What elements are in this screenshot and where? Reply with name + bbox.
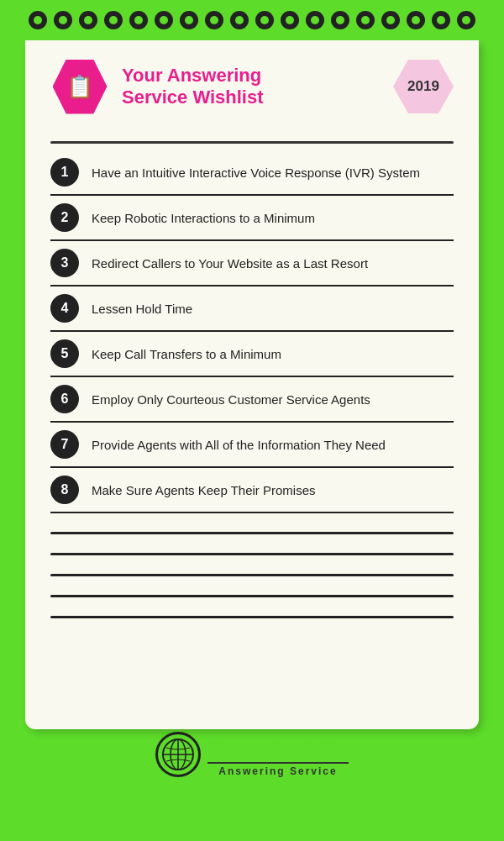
wishlist-icon-container: 📋	[50, 57, 109, 116]
logo-brand-name: Responsive	[207, 733, 349, 760]
item-text-1: Have an Intuitive Interactive Voice Resp…	[92, 166, 420, 180]
blank-line-5	[50, 616, 454, 618]
spiral-18	[457, 11, 475, 29]
item-number-6: 6	[50, 385, 79, 413]
list-item: 8 Make Sure Agents Keep Their Promises	[50, 468, 454, 513]
spiral-10	[255, 11, 274, 29]
list-item: 3 Redirect Callers to Your Website as a …	[50, 241, 454, 286]
spiral-15	[381, 11, 400, 29]
spiral-13	[331, 11, 349, 29]
header-left: 📋 Your Answering Service Wishlist	[50, 57, 264, 116]
list-item: 7 Provide Agents with All of the Informa…	[50, 423, 454, 468]
spiral-4	[104, 11, 123, 29]
spiral-17	[432, 11, 450, 29]
list-item: 2 Keep Robotic Interactions to a Minimum	[50, 196, 454, 241]
item-number-5: 5	[50, 339, 79, 368]
item-number-8: 8	[50, 476, 79, 504]
item-text-7: Provide Agents with All of the Informati…	[92, 438, 386, 452]
item-number-4: 4	[50, 294, 79, 323]
item-text-4: Lessen Hold Time	[92, 302, 192, 316]
list-item: 6 Employ Only Courteous Customer Service…	[50, 377, 454, 423]
spiral-3	[79, 11, 97, 29]
item-text-3: Redirect Callers to Your Website as a La…	[92, 256, 368, 271]
logo-text: Responsive Answering Service	[207, 733, 349, 777]
spiral-9	[230, 11, 249, 29]
year-badge: 2019	[393, 60, 454, 113]
spiral-8	[205, 11, 223, 29]
list-item: 1 Have an Intuitive Interactive Voice Re…	[50, 150, 454, 196]
item-text-2: Keep Robotic Interactions to a Minimum	[92, 211, 315, 225]
header-divider	[50, 141, 454, 144]
logo-divider	[207, 762, 349, 764]
notepad-icon: 📋	[66, 74, 93, 100]
blank-lines	[50, 532, 454, 618]
item-text-5: Keep Call Transfers to a Minimum	[92, 347, 281, 361]
bottom-section: Responsive Answering Service	[0, 729, 504, 780]
header: 📋 Your Answering Service Wishlist 2019	[50, 57, 454, 124]
blank-line-4	[50, 595, 454, 597]
hex-shape: 📋	[53, 60, 108, 114]
spiral-1	[29, 11, 47, 29]
footer-logo: Responsive Answering Service	[155, 732, 349, 777]
logo-tagline: Answering Service	[207, 765, 349, 777]
spiral-16	[407, 11, 425, 29]
globe-svg	[160, 736, 197, 773]
item-number-1: 1	[50, 158, 79, 187]
year-text: 2019	[407, 78, 439, 95]
checklist: 1 Have an Intuitive Interactive Voice Re…	[50, 150, 454, 513]
spiral-7	[180, 11, 198, 29]
list-item: 5 Keep Call Transfers to a Minimum	[50, 332, 454, 377]
spiral-11	[281, 11, 299, 29]
spiral-12	[306, 11, 324, 29]
logo-globe	[155, 732, 201, 777]
header-title: Your Answering Service Wishlist	[122, 65, 264, 109]
spiral-2	[54, 11, 72, 29]
blank-line-1	[50, 532, 454, 534]
spiral-binding	[0, 0, 504, 40]
blank-line-2	[50, 553, 454, 555]
blank-line-3	[50, 574, 454, 576]
paper-background: 📋 Your Answering Service Wishlist 2019 1…	[25, 40, 479, 729]
item-number-2: 2	[50, 203, 79, 232]
item-text-8: Make Sure Agents Keep Their Promises	[92, 483, 316, 497]
list-item: 4 Lessen Hold Time	[50, 286, 454, 332]
item-text-6: Employ Only Courteous Customer Service A…	[92, 392, 370, 407]
spiral-6	[155, 11, 173, 29]
spiral-14	[356, 11, 375, 29]
spiral-5	[129, 11, 148, 29]
item-number-7: 7	[50, 430, 79, 459]
item-number-3: 3	[50, 249, 79, 277]
